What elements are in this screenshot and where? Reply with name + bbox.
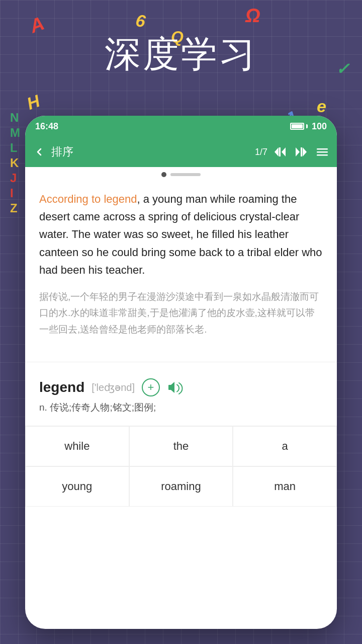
answer-btn-young[interactable]: young bbox=[25, 466, 129, 507]
word-definition: n. 传说;传奇人物;铭文;图例; bbox=[39, 400, 323, 415]
page-indicator: 1/7 bbox=[255, 147, 267, 157]
main-content: According to legend, a young man while r… bbox=[25, 180, 337, 354]
svg-rect-4 bbox=[301, 147, 302, 156]
battery-tip bbox=[306, 124, 308, 128]
top-bar-icons bbox=[274, 146, 329, 157]
dot-indicator bbox=[25, 167, 337, 180]
top-bar-title: 排序 bbox=[51, 144, 249, 159]
battery-fill bbox=[292, 124, 303, 128]
prev-button[interactable] bbox=[274, 146, 287, 157]
svg-marker-3 bbox=[303, 147, 307, 156]
title-container: 深度学习 bbox=[0, 30, 362, 78]
menu-button[interactable] bbox=[316, 146, 329, 157]
float-letters-left: N M L K J I Z bbox=[10, 111, 20, 215]
battery-icon bbox=[290, 123, 308, 130]
word-row: legend ['leʤənd] + bbox=[39, 378, 323, 396]
float-letter-e: e bbox=[317, 97, 326, 116]
answer-btn-while[interactable]: while bbox=[25, 426, 129, 466]
answer-btn-the[interactable]: the bbox=[129, 426, 233, 466]
dot-line bbox=[170, 173, 201, 176]
back-button[interactable] bbox=[33, 146, 45, 158]
svg-rect-6 bbox=[317, 148, 328, 150]
phone-mockup: 16:48 100 排序 1/7 bbox=[25, 116, 337, 629]
battery-level: 100 bbox=[312, 121, 327, 132]
next-button[interactable] bbox=[295, 146, 308, 157]
svg-rect-7 bbox=[317, 151, 328, 153]
battery-body bbox=[290, 123, 304, 130]
status-right: 100 bbox=[290, 121, 327, 132]
divider bbox=[25, 362, 337, 362]
word-add-button[interactable]: + bbox=[142, 378, 160, 396]
chinese-paragraph: 据传说,一个年轻的男子在漫游沙漠途中看到一泉如水晶般清澈而可口的水.水的味道非常… bbox=[39, 289, 323, 338]
word-phonetic: ['leʤənd] bbox=[92, 381, 135, 393]
word-section: legend ['leʤənd] + n. 传说;传奇人物;铭文;图例; bbox=[25, 370, 337, 421]
svg-rect-8 bbox=[317, 154, 328, 156]
dot-active bbox=[161, 172, 166, 177]
word-main: legend bbox=[39, 379, 84, 395]
svg-marker-5 bbox=[296, 147, 300, 156]
svg-marker-0 bbox=[275, 147, 279, 156]
answer-btn-man[interactable]: man bbox=[233, 466, 337, 507]
svg-marker-2 bbox=[282, 147, 286, 156]
status-bar: 16:48 100 bbox=[25, 116, 337, 137]
top-navigation-bar: 排序 1/7 bbox=[25, 137, 337, 167]
main-title: 深度学习 bbox=[0, 30, 362, 78]
status-time: 16:48 bbox=[35, 121, 58, 132]
highlighted-phrase: According to legend bbox=[39, 193, 137, 205]
answer-btn-a[interactable]: a bbox=[233, 426, 337, 466]
english-paragraph: According to legend, a young man while r… bbox=[39, 190, 323, 279]
word-sound-button[interactable] bbox=[167, 380, 183, 394]
svg-rect-1 bbox=[279, 147, 281, 156]
answer-btn-roaming[interactable]: roaming bbox=[129, 466, 233, 507]
answer-grid: while the a young roaming man bbox=[25, 426, 337, 507]
float-letter-omega: Ω bbox=[245, 5, 260, 27]
